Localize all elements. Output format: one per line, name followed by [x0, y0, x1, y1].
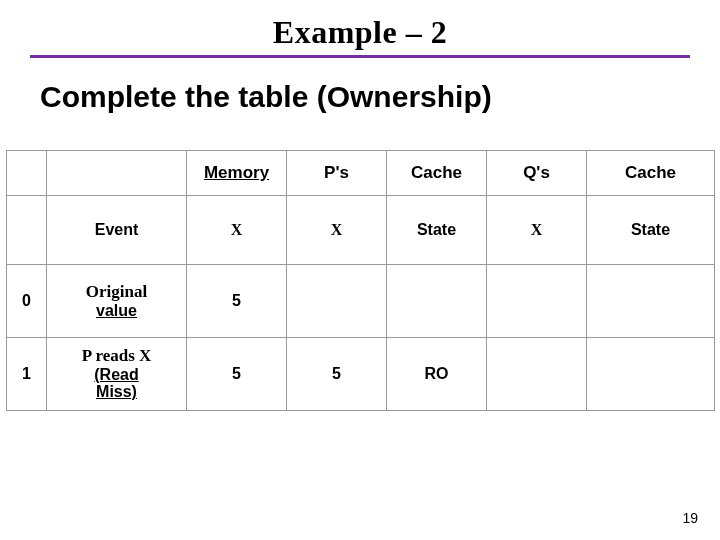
hdr-cache-q: Cache: [587, 151, 715, 196]
hdr-blank-a: [7, 151, 47, 196]
row-p-state: [387, 265, 487, 338]
row-mem-x: 5: [187, 265, 287, 338]
table-header-top: Memory P's Cache Q's Cache: [7, 151, 715, 196]
title-area: Example – 2: [30, 14, 690, 58]
table-row: 1 P reads X (Read Miss) 5 5 RO: [7, 338, 715, 411]
slide: Example – 2 Complete the table (Ownershi…: [0, 0, 720, 540]
row-mem-x: 5: [187, 338, 287, 411]
slide-subtitle: Complete the table (Ownership): [40, 80, 492, 114]
title-rule: Example – 2: [30, 14, 690, 58]
sub-p-x: X: [287, 196, 387, 265]
table-header-sub: Event X X State X State: [7, 196, 715, 265]
page-number: 19: [682, 510, 698, 526]
row-p-state: RO: [387, 338, 487, 411]
row-index: 0: [7, 265, 47, 338]
row-q-state: [587, 265, 715, 338]
sub-mem-x: X: [187, 196, 287, 265]
sub-event: Event: [47, 196, 187, 265]
row-q-x: [487, 338, 587, 411]
hdr-blank-b: [47, 151, 187, 196]
slide-title: Example – 2: [273, 14, 447, 55]
row-event: Original value: [47, 265, 187, 338]
row-q-state: [587, 338, 715, 411]
sub-q-state: State: [587, 196, 715, 265]
row-event: P reads X (Read Miss): [47, 338, 187, 411]
sub-blank: [7, 196, 47, 265]
hdr-qs: Q's: [487, 151, 587, 196]
hdr-memory: Memory: [187, 151, 287, 196]
row-q-x: [487, 265, 587, 338]
hdr-cache-p: Cache: [387, 151, 487, 196]
sub-p-state: State: [387, 196, 487, 265]
ownership-table: Memory P's Cache Q's Cache Event X X Sta…: [6, 150, 715, 411]
table-row: 0 Original value 5: [7, 265, 715, 338]
row-index: 1: [7, 338, 47, 411]
row-p-x: 5: [287, 338, 387, 411]
sub-q-x: X: [487, 196, 587, 265]
hdr-ps: P's: [287, 151, 387, 196]
row-p-x: [287, 265, 387, 338]
